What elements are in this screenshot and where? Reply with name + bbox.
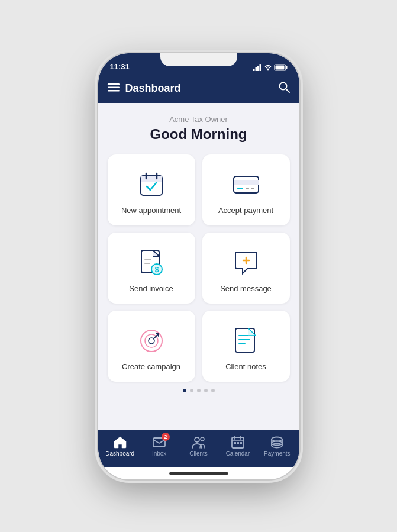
- action-grid: New appointment: [108, 154, 290, 382]
- page-dots: [108, 382, 290, 397]
- new-appointment-card[interactable]: New appointment: [108, 154, 195, 225]
- svg-rect-0: [253, 69, 255, 71]
- svg-point-39: [201, 437, 204, 441]
- svg-rect-1: [255, 67, 257, 71]
- accept-payment-card[interactable]: Accept payment: [202, 154, 290, 225]
- greeting-section: Acme Tax Owner Good Morning: [108, 115, 290, 143]
- nav-calendar-label: Calendar: [226, 450, 250, 457]
- nav-inbox-label: Inbox: [152, 450, 166, 457]
- wifi-icon: [264, 64, 272, 70]
- nav-dashboard-label: Dashboard: [105, 450, 134, 457]
- inbox-badge: 2: [162, 433, 170, 441]
- status-time: 11:31: [110, 62, 130, 71]
- nav-clients-label: Clients: [189, 450, 208, 457]
- svg-line-32: [154, 334, 159, 338]
- send-message-label: Send message: [220, 284, 272, 293]
- calendar-nav-icon: [231, 435, 245, 449]
- nav-dashboard[interactable]: Dashboard: [101, 435, 140, 457]
- svg-rect-8: [108, 87, 120, 89]
- svg-rect-9: [108, 90, 120, 92]
- nav-clients[interactable]: Clients: [179, 435, 218, 457]
- nav-calendar[interactable]: Calendar: [218, 435, 257, 457]
- header-title: Dashboard: [125, 82, 181, 95]
- svg-rect-20: [246, 188, 249, 189]
- greeting-subtitle: Acme Tax Owner: [108, 115, 290, 124]
- nav-payments[interactable]: Payments: [257, 435, 296, 457]
- bottom-nav: Dashboard 2 Inbox: [98, 430, 299, 467]
- app-header: Dashboard: [98, 75, 299, 103]
- hamburger-icon[interactable]: [108, 82, 120, 95]
- payment-icon: [231, 169, 262, 200]
- nav-payments-label: Payments: [264, 450, 290, 457]
- svg-rect-46: [240, 442, 242, 444]
- svg-rect-21: [251, 188, 254, 189]
- svg-rect-44: [234, 442, 236, 444]
- campaign-icon: [136, 325, 167, 356]
- phone-screen: 11:31: [98, 53, 299, 479]
- client-notes-label: Client notes: [225, 362, 266, 371]
- phone-notch: [160, 53, 237, 66]
- svg-point-47: [272, 437, 282, 441]
- accept-payment-label: Accept payment: [218, 206, 273, 215]
- dot-1: [183, 389, 186, 392]
- send-invoice-card[interactable]: $ Send invoice: [108, 233, 195, 304]
- header-left: Dashboard: [108, 82, 181, 95]
- svg-text:$: $: [154, 266, 159, 274]
- status-icons: [253, 64, 288, 71]
- create-campaign-card[interactable]: Create campaign: [108, 311, 195, 382]
- svg-rect-5: [275, 65, 284, 69]
- main-content: Acme Tax Owner Good Morning: [98, 103, 299, 430]
- send-message-card[interactable]: Send message: [202, 233, 290, 304]
- dot-3: [197, 389, 201, 392]
- svg-rect-3: [259, 64, 261, 71]
- dot-5: [211, 389, 215, 392]
- battery-icon: [275, 64, 288, 71]
- svg-rect-45: [237, 442, 239, 444]
- svg-rect-14: [141, 179, 162, 182]
- home-bar: [98, 467, 299, 479]
- message-icon: [231, 247, 262, 278]
- home-icon: [113, 435, 127, 449]
- dot-2: [190, 389, 193, 392]
- svg-rect-18: [234, 180, 259, 185]
- greeting-main: Good Morning: [108, 126, 290, 143]
- client-notes-card[interactable]: Client notes: [202, 311, 290, 382]
- clients-icon: [192, 435, 206, 449]
- svg-rect-6: [286, 66, 287, 69]
- svg-rect-19: [237, 188, 243, 189]
- search-icon[interactable]: [278, 81, 290, 96]
- home-bar-line: [169, 472, 228, 475]
- new-appointment-label: New appointment: [121, 206, 181, 215]
- create-campaign-label: Create campaign: [122, 362, 180, 371]
- payments-nav-icon: [270, 435, 284, 449]
- dot-4: [204, 389, 208, 392]
- svg-line-11: [286, 89, 289, 92]
- signal-icon: [253, 64, 262, 71]
- notes-icon: [231, 325, 262, 356]
- svg-rect-2: [257, 66, 259, 71]
- inbox-icon: 2: [152, 435, 166, 449]
- nav-inbox[interactable]: 2 Inbox: [140, 435, 179, 457]
- invoice-icon: $: [136, 247, 167, 278]
- svg-rect-7: [108, 83, 120, 85]
- send-invoice-label: Send invoice: [129, 284, 173, 293]
- svg-point-38: [195, 437, 199, 442]
- calendar-check-icon: [136, 169, 167, 200]
- phone-device: 11:31: [98, 53, 299, 479]
